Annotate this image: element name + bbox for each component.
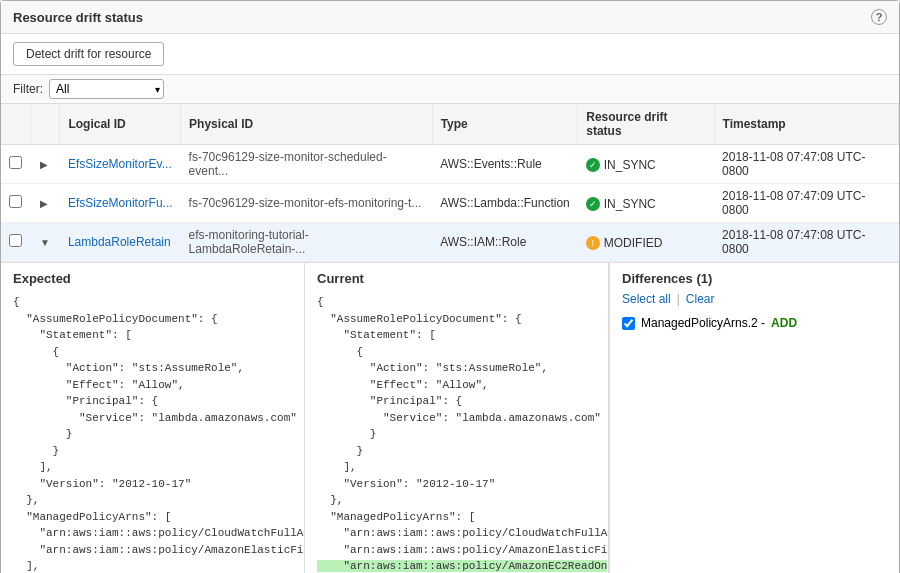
add-badge: ADD [771, 316, 797, 330]
col-physical-id: Physical ID [181, 104, 433, 145]
resources-table: Logical ID Physical ID Type Resource dri… [1, 104, 899, 262]
table-row: ▶ EfsSizeMonitorFu... fs-70c96129-size-m… [1, 184, 899, 223]
resources-table-container: Logical ID Physical ID Type Resource dri… [1, 104, 899, 263]
col-checkbox [1, 104, 30, 145]
differences-title: Differences (1) [610, 263, 899, 290]
clear-button[interactable]: Clear [686, 292, 715, 306]
row-checkbox-cell[interactable] [1, 145, 30, 184]
row-type: AWS::IAM::Role [432, 223, 578, 262]
row-timestamp: 2018-11-08 07:47:08 UTC-0800 [714, 223, 898, 262]
expected-panel: Expected { "AssumeRolePolicyDocument": {… [1, 263, 305, 573]
row-checkbox-cell[interactable] [1, 223, 30, 262]
row-status: ! MODIFIED [578, 223, 714, 262]
current-content: { "AssumeRolePolicyDocument": { "Stateme… [305, 290, 608, 573]
row-checkbox[interactable] [9, 234, 22, 247]
status-icon-green: ✓ [586, 158, 600, 172]
filter-dropdown-wrapper[interactable]: All IN_SYNC MODIFIED DELETED NOT_CHECKED [49, 79, 164, 99]
detect-drift-button[interactable]: Detect drift for resource [13, 42, 164, 66]
help-icon[interactable]: ? [871, 9, 887, 25]
window-title: Resource drift status [13, 10, 143, 25]
filter-bar: Filter: All IN_SYNC MODIFIED DELETED NOT… [1, 75, 899, 104]
current-content-scroll[interactable]: { "AssumeRolePolicyDocument": { "Stateme… [305, 290, 608, 573]
select-all-button[interactable]: Select all [622, 292, 671, 306]
title-bar: Resource drift status ? [1, 1, 899, 34]
row-checkbox-cell[interactable] [1, 184, 30, 223]
resource-drift-window: Resource drift status ? Detect drift for… [0, 0, 900, 573]
row-status: ✓ IN_SYNC [578, 184, 714, 223]
table-row: ▶ EfsSizeMonitorEv... fs-70c96129-size-m… [1, 145, 899, 184]
difference-item: ManagedPolicyArns.2 - ADD [610, 312, 899, 334]
row-physical-id: fs-70c96129-size-monitor-scheduled-event… [181, 145, 433, 184]
row-expand-cell[interactable]: ▶ [30, 145, 60, 184]
row-expand-cell[interactable]: ▶ [30, 184, 60, 223]
row-expand-button[interactable]: ▼ [38, 237, 52, 248]
row-expand-button[interactable]: ▶ [38, 198, 50, 209]
filter-select[interactable]: All IN_SYNC MODIFIED DELETED NOT_CHECKED [49, 79, 164, 99]
row-timestamp: 2018-11-08 07:47:08 UTC-0800 [714, 145, 898, 184]
row-physical-id: efs-monitoring-tutorial-LambdaRoleRetain… [181, 223, 433, 262]
current-title: Current [305, 263, 608, 290]
row-logical-id: EfsSizeMonitorFu... [60, 184, 181, 223]
expected-content: { "AssumeRolePolicyDocument": { "Stateme… [1, 290, 304, 573]
row-logical-id: EfsSizeMonitorEv... [60, 145, 181, 184]
col-logical-id: Logical ID [60, 104, 181, 145]
toolbar: Detect drift for resource [1, 34, 899, 75]
row-checkbox[interactable] [9, 156, 22, 169]
differences-actions: Select all | Clear [610, 290, 899, 312]
col-timestamp: Timestamp [714, 104, 898, 145]
row-expand-cell[interactable]: ▼ [30, 223, 60, 262]
status-icon-warning: ! [586, 236, 600, 250]
filter-label: Filter: [13, 82, 43, 96]
row-status: ✓ IN_SYNC [578, 145, 714, 184]
status-icon-green: ✓ [586, 197, 600, 211]
row-type: AWS::Lambda::Function [432, 184, 578, 223]
row-type: AWS::Events::Rule [432, 145, 578, 184]
col-type: Type [432, 104, 578, 145]
current-panel: Current { "AssumeRolePolicyDocument": { … [305, 263, 609, 573]
difference-checkbox[interactable] [622, 317, 635, 330]
expected-content-scroll[interactable]: { "AssumeRolePolicyDocument": { "Stateme… [1, 290, 304, 573]
difference-label: ManagedPolicyArns.2 - [641, 316, 765, 330]
row-physical-id: fs-70c96129-size-monitor-efs-monitoring-… [181, 184, 433, 223]
row-timestamp: 2018-11-08 07:47:09 UTC-0800 [714, 184, 898, 223]
row-expand-button[interactable]: ▶ [38, 159, 50, 170]
col-status: Resource drift status [578, 104, 714, 145]
table-header-row: Logical ID Physical ID Type Resource dri… [1, 104, 899, 145]
col-expand [30, 104, 60, 145]
diff-section: Expected { "AssumeRolePolicyDocument": {… [1, 263, 899, 573]
expected-title: Expected [1, 263, 304, 290]
row-logical-id: LambdaRoleRetain [60, 223, 181, 262]
row-checkbox[interactable] [9, 195, 22, 208]
separator: | [677, 292, 680, 306]
table-row-expanded: ▼ LambdaRoleRetain efs-monitoring-tutori… [1, 223, 899, 262]
differences-panel: Differences (1) Select all | Clear Manag… [609, 263, 899, 573]
